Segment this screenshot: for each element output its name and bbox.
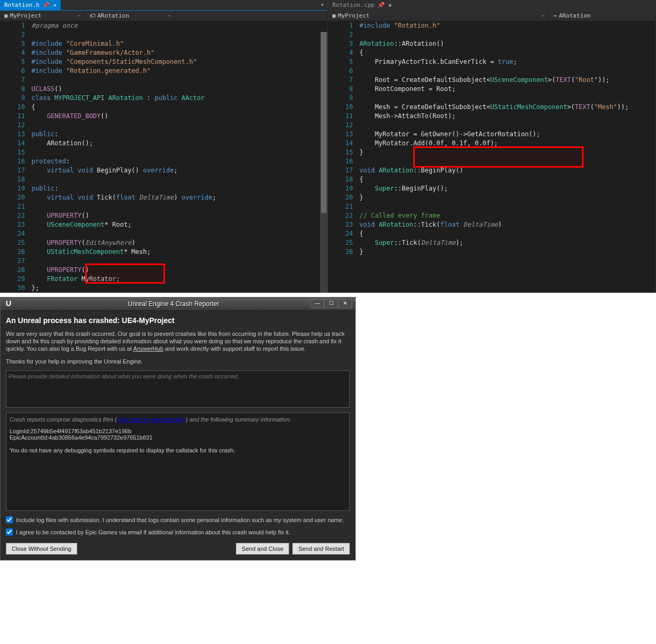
- epic-account-id: EpicAccountId:4ab30856a4e94ca7992732e976…: [10, 434, 346, 441]
- checkbox-label: Include log files with submission. I und…: [16, 517, 344, 523]
- right-nav-bar: ▣ MyProject ▾ → ARotation: [328, 11, 655, 21]
- nav-class[interactable]: → ARotation: [549, 11, 655, 21]
- nav-class[interactable]: 🏷 ARotation ▾: [85, 11, 176, 21]
- answerhub-link[interactable]: AnswerHub: [133, 345, 163, 352]
- project-icon: ▣: [4, 12, 8, 19]
- nav-label: MyProject: [338, 12, 370, 19]
- left-scrollbar[interactable]: [320, 32, 327, 293]
- nav-project[interactable]: ▣ MyProject ▾: [0, 11, 85, 21]
- send-and-restart-button[interactable]: Send and Restart: [292, 543, 350, 555]
- crash-details-input[interactable]: [6, 370, 350, 408]
- crash-titlebar[interactable]: U Unreal Engine 4 Crash Reporter — ☐ ✕: [1, 298, 355, 311]
- ide-split-view: Rotation.h 📌 ✕ ▾ ▣ MyProject ▾ 🏷 ARotati…: [0, 0, 656, 293]
- chevron-down-icon: ▾: [77, 12, 80, 19]
- left-code-lines[interactable]: #pragma once#include "CoreMinimal.h"#inc…: [29, 21, 327, 293]
- checkbox-label: I agree to be contacted by Epic Games vi…: [16, 529, 290, 535]
- window-title: Unreal Engine 4 Crash Reporter: [37, 300, 310, 308]
- no-symbols-msg: You do not have any debugging symbols re…: [10, 447, 346, 453]
- diag-header: Crash reports comprise diagnostics files…: [10, 416, 346, 423]
- left-gutter: 1234567891011121314151617181920212223242…: [0, 21, 29, 293]
- right-tabbar: Rotation.cpp 📌 ✕: [328, 0, 655, 11]
- left-editor-pane: Rotation.h 📌 ✕ ▾ ▣ MyProject ▾ 🏷 ARotati…: [0, 0, 328, 293]
- view-directory-link[interactable]: click here to view directory: [117, 416, 186, 423]
- contact-checkbox[interactable]: [6, 529, 13, 535]
- chevron-down-icon: ▾: [167, 12, 171, 19]
- text: and work directly with support staff to …: [163, 345, 306, 352]
- text: ) and the following summary information:: [186, 416, 291, 423]
- minimize-button[interactable]: —: [310, 300, 324, 308]
- crash-body: An Unreal process has crashed: UE4-MyPro…: [1, 311, 355, 560]
- ue-logo-icon: U: [4, 299, 13, 309]
- nav-label: ARotation: [97, 12, 129, 19]
- tab-rotation-cpp[interactable]: Rotation.cpp 📌 ✕: [328, 0, 396, 10]
- pin-icon[interactable]: 📌: [43, 2, 50, 9]
- window-buttons: — ☐ ✕: [310, 300, 352, 308]
- button-row: Close Without Sending Send and Close Sen…: [6, 543, 350, 555]
- nav-label: MyProject: [10, 12, 42, 19]
- left-tabbar: Rotation.h 📌 ✕ ▾: [0, 0, 327, 11]
- text: Crash reports comprise diagnostics files…: [10, 416, 117, 423]
- nav-member[interactable]: [176, 11, 327, 21]
- left-nav-bar: ▣ MyProject ▾ 🏷 ARotation ▾: [0, 11, 327, 21]
- left-code-area[interactable]: 1234567891011121314151617181920212223242…: [0, 21, 327, 293]
- crash-description: We are very sorry that this crash occurr…: [6, 330, 350, 352]
- right-editor-pane: Rotation.cpp 📌 ✕ ▣ MyProject ▾ → ARotati…: [328, 0, 656, 293]
- tab-rotation-h[interactable]: Rotation.h 📌 ✕: [0, 0, 61, 10]
- close-icon[interactable]: ✕: [388, 2, 391, 8]
- crash-reporter-window: U Unreal Engine 4 Crash Reporter — ☐ ✕ A…: [0, 297, 356, 560]
- nav-project[interactable]: ▣ MyProject ▾: [328, 11, 549, 21]
- crash-heading: An Unreal process has crashed: UE4-MyPro…: [6, 316, 350, 325]
- close-icon[interactable]: ✕: [53, 2, 56, 8]
- right-code-lines[interactable]: #include "Rotation.h"ARotation::ARotatio…: [357, 21, 655, 293]
- highlight-box: [413, 146, 584, 168]
- close-without-sending-button[interactable]: Close Without Sending: [6, 543, 77, 555]
- method-icon: →: [553, 12, 557, 19]
- maximize-button[interactable]: ☐: [324, 300, 338, 308]
- contact-checkbox-row[interactable]: I agree to be contacted by Epic Games vi…: [6, 529, 350, 535]
- send-and-close-button[interactable]: Send and Close: [236, 543, 289, 555]
- pin-icon[interactable]: 📌: [378, 2, 385, 9]
- chevron-down-icon: ▾: [540, 12, 544, 19]
- include-logs-checkbox-row[interactable]: Include log files with submission. I und…: [6, 516, 350, 523]
- diagnostics-box[interactable]: Crash reports comprise diagnostics files…: [6, 412, 350, 511]
- close-button[interactable]: ✕: [338, 300, 352, 308]
- highlight-box: [85, 263, 165, 284]
- project-icon: ▣: [332, 12, 336, 19]
- right-code-area[interactable]: 1234567891011121314151617181920212223242…: [328, 21, 655, 293]
- login-id: LoginId:25749b5e4f4917f63ab451b2137e196b: [10, 428, 346, 434]
- crash-thanks: Thanks for your help in improving the Un…: [6, 358, 350, 365]
- tab-overflow-icon[interactable]: ▾: [317, 0, 327, 10]
- tab-label: Rotation.h: [4, 2, 39, 9]
- right-gutter: 1234567891011121314151617181920212223242…: [328, 21, 357, 293]
- include-logs-checkbox[interactable]: [6, 516, 13, 523]
- tab-label: Rotation.cpp: [332, 2, 374, 9]
- class-icon: 🏷: [89, 12, 95, 19]
- nav-label: ARotation: [559, 12, 591, 19]
- scroll-thumb[interactable]: [321, 32, 326, 213]
